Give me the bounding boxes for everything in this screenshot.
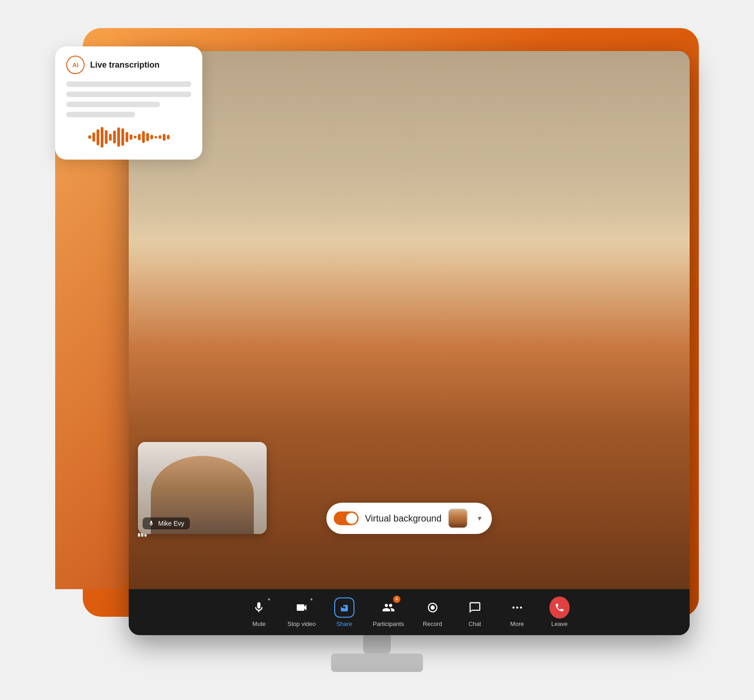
stop-video-button[interactable]: ▲ Stop video <box>287 597 315 627</box>
participants-label: Participants <box>373 620 404 627</box>
text-line-1 <box>66 81 191 87</box>
ai-icon-label: AI <box>73 62 79 69</box>
wave-bar-5 <box>105 130 108 144</box>
virtual-background-pill[interactable]: Virtual background ▼ <box>326 503 492 534</box>
transcription-title: Live transcription <box>90 60 160 70</box>
svg-point-1 <box>430 605 434 609</box>
mute-button[interactable]: ▲ Mute <box>245 597 273 627</box>
participants-button[interactable]: 4 Participants <box>373 597 404 627</box>
virtual-background-toggle[interactable] <box>334 511 359 525</box>
chat-icon-wrap <box>465 597 485 618</box>
wave-bar-8 <box>117 127 120 147</box>
wave-bar-4 <box>101 127 103 148</box>
leave-icon <box>554 602 565 613</box>
blob-left <box>55 92 129 589</box>
more-button[interactable]: More <box>503 597 531 627</box>
monitor-stand-neck <box>363 635 391 654</box>
monitor-frame: Mike Evy Virtual background ▼ <box>129 51 690 635</box>
svg-point-3 <box>516 606 518 608</box>
more-label: More <box>510 620 524 627</box>
background-thumbnail[interactable] <box>448 508 468 528</box>
text-line-2 <box>66 92 191 97</box>
video-area: Mike Evy Virtual background ▼ <box>129 51 690 589</box>
chat-button[interactable]: Chat <box>461 597 489 627</box>
background-thumbnail-preview <box>449 509 467 528</box>
share-icon-wrap <box>334 597 354 618</box>
share-button[interactable]: Share <box>331 597 358 627</box>
record-button[interactable]: Record <box>419 597 446 627</box>
more-icon-wrap <box>507 597 527 618</box>
wave-bar-6 <box>109 134 112 141</box>
transcription-header: AI Live transcription <box>66 56 191 74</box>
record-label: Record <box>423 620 442 627</box>
camera-icon <box>295 601 308 614</box>
self-video-pip: Mike Evy <box>138 442 267 534</box>
wave-bar-16 <box>150 135 153 139</box>
text-line-4 <box>66 112 135 117</box>
share-icon <box>340 601 349 614</box>
meeting-toolbar: ▲ Mute ▲ Stop video <box>129 589 690 635</box>
stop-video-label: Stop video <box>287 620 315 627</box>
wave-bar-7 <box>113 131 116 143</box>
record-icon <box>426 601 439 614</box>
wave-bar-18 <box>159 135 161 139</box>
wave-bar-20 <box>167 135 170 139</box>
record-icon-wrap <box>423 597 443 618</box>
monitor-stand <box>331 635 423 672</box>
mic-icon-small <box>148 520 154 527</box>
share-label: Share <box>336 620 352 627</box>
wave-bar-1 <box>88 135 91 139</box>
participants-badge: 4 <box>393 596 400 603</box>
participants-icon-wrap: 4 <box>378 597 399 618</box>
toggle-knob <box>346 513 357 524</box>
leave-btn-bg <box>549 597 570 619</box>
monitor-stand-base <box>331 654 423 672</box>
text-line-3 <box>66 102 160 107</box>
stop-video-icon-wrap: ▲ <box>291 597 312 618</box>
video-chevron: ▲ <box>309 597 314 601</box>
chevron-down-icon[interactable]: ▼ <box>476 515 483 522</box>
leave-icon-wrap <box>549 597 570 618</box>
wave-bar-11 <box>130 134 132 140</box>
leave-button[interactable]: Leave <box>546 597 573 627</box>
svg-point-2 <box>512 606 514 608</box>
wave-bar-3 <box>97 129 99 145</box>
participants-icon <box>382 601 395 614</box>
mute-chevron: ▲ <box>267 597 271 601</box>
wave-bar-14 <box>142 131 145 143</box>
wave-bar-10 <box>126 132 128 142</box>
svg-point-4 <box>520 606 522 608</box>
wave-bar-19 <box>163 134 166 141</box>
wave-bar-2 <box>92 132 95 142</box>
self-video-name-label: Mike Evy <box>143 517 190 529</box>
leave-label: Leave <box>551 620 567 627</box>
ai-icon: AI <box>66 56 85 74</box>
more-icon <box>511 601 524 614</box>
wave-bar-15 <box>146 133 149 141</box>
mute-icon <box>252 601 265 614</box>
wave-bar-12 <box>134 136 137 138</box>
virtual-background-label: Virtual background <box>365 513 441 524</box>
self-video-person-name: Mike Evy <box>158 520 184 527</box>
wave-bar-17 <box>154 136 157 138</box>
mute-label: Mute <box>252 620 266 627</box>
transcription-card: AI Live transcription <box>55 46 202 160</box>
scene-wrapper: Mike Evy Virtual background ▼ <box>55 28 699 672</box>
transcription-text-lines <box>66 81 191 117</box>
mute-icon-wrap: ▲ <box>249 597 269 618</box>
wave-bar-9 <box>121 128 124 146</box>
chat-label: Chat <box>468 620 481 627</box>
chat-icon <box>468 601 481 614</box>
audio-waveform <box>66 126 191 149</box>
sky-overlay <box>129 51 690 266</box>
wave-bar-13 <box>138 134 141 140</box>
